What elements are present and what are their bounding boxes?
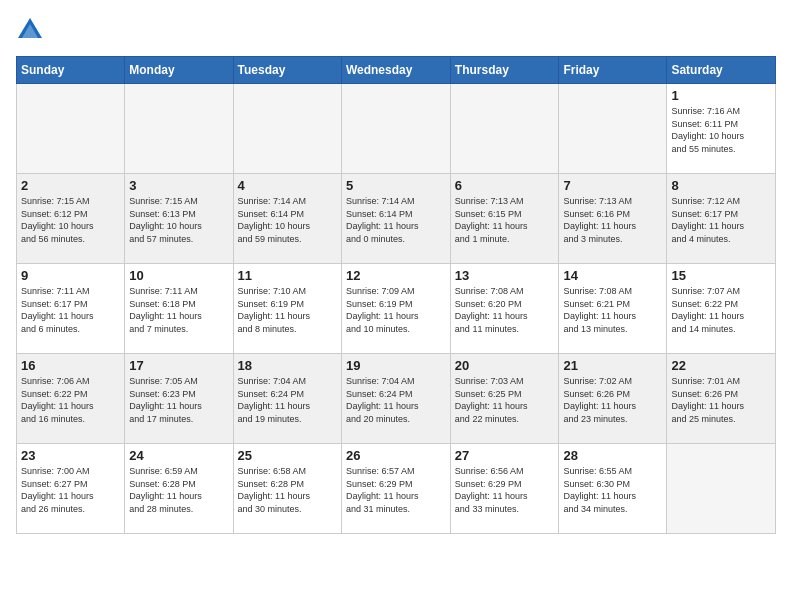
weekday-header-monday: Monday (125, 57, 233, 84)
day-info: Sunrise: 7:13 AM Sunset: 6:15 PM Dayligh… (455, 195, 555, 245)
day-number: 10 (129, 268, 228, 283)
day-info: Sunrise: 7:07 AM Sunset: 6:22 PM Dayligh… (671, 285, 771, 335)
calendar-cell: 12Sunrise: 7:09 AM Sunset: 6:19 PM Dayli… (341, 264, 450, 354)
day-number: 26 (346, 448, 446, 463)
day-number: 15 (671, 268, 771, 283)
calendar-cell: 13Sunrise: 7:08 AM Sunset: 6:20 PM Dayli… (450, 264, 559, 354)
calendar-cell: 5Sunrise: 7:14 AM Sunset: 6:14 PM Daylig… (341, 174, 450, 264)
day-info: Sunrise: 7:04 AM Sunset: 6:24 PM Dayligh… (238, 375, 337, 425)
logo (16, 16, 48, 44)
calendar-table: SundayMondayTuesdayWednesdayThursdayFrid… (16, 56, 776, 534)
calendar-cell: 1Sunrise: 7:16 AM Sunset: 6:11 PM Daylig… (667, 84, 776, 174)
day-number: 6 (455, 178, 555, 193)
day-number: 27 (455, 448, 555, 463)
day-info: Sunrise: 6:57 AM Sunset: 6:29 PM Dayligh… (346, 465, 446, 515)
week-row-4: 16Sunrise: 7:06 AM Sunset: 6:22 PM Dayli… (17, 354, 776, 444)
calendar-cell: 27Sunrise: 6:56 AM Sunset: 6:29 PM Dayli… (450, 444, 559, 534)
calendar-cell: 23Sunrise: 7:00 AM Sunset: 6:27 PM Dayli… (17, 444, 125, 534)
calendar-cell: 25Sunrise: 6:58 AM Sunset: 6:28 PM Dayli… (233, 444, 341, 534)
calendar-cell: 17Sunrise: 7:05 AM Sunset: 6:23 PM Dayli… (125, 354, 233, 444)
day-number: 22 (671, 358, 771, 373)
day-number: 14 (563, 268, 662, 283)
week-row-3: 9Sunrise: 7:11 AM Sunset: 6:17 PM Daylig… (17, 264, 776, 354)
day-number: 2 (21, 178, 120, 193)
day-number: 21 (563, 358, 662, 373)
weekday-header-tuesday: Tuesday (233, 57, 341, 84)
calendar-cell: 4Sunrise: 7:14 AM Sunset: 6:14 PM Daylig… (233, 174, 341, 264)
day-info: Sunrise: 7:15 AM Sunset: 6:13 PM Dayligh… (129, 195, 228, 245)
page-header (16, 16, 776, 44)
day-number: 1 (671, 88, 771, 103)
calendar-cell: 28Sunrise: 6:55 AM Sunset: 6:30 PM Dayli… (559, 444, 667, 534)
calendar-cell: 3Sunrise: 7:15 AM Sunset: 6:13 PM Daylig… (125, 174, 233, 264)
day-info: Sunrise: 7:15 AM Sunset: 6:12 PM Dayligh… (21, 195, 120, 245)
day-info: Sunrise: 7:11 AM Sunset: 6:18 PM Dayligh… (129, 285, 228, 335)
day-number: 12 (346, 268, 446, 283)
week-row-1: 1Sunrise: 7:16 AM Sunset: 6:11 PM Daylig… (17, 84, 776, 174)
day-info: Sunrise: 6:55 AM Sunset: 6:30 PM Dayligh… (563, 465, 662, 515)
day-info: Sunrise: 6:56 AM Sunset: 6:29 PM Dayligh… (455, 465, 555, 515)
calendar-cell: 20Sunrise: 7:03 AM Sunset: 6:25 PM Dayli… (450, 354, 559, 444)
calendar-cell (450, 84, 559, 174)
calendar-cell: 9Sunrise: 7:11 AM Sunset: 6:17 PM Daylig… (17, 264, 125, 354)
weekday-header-thursday: Thursday (450, 57, 559, 84)
day-info: Sunrise: 7:10 AM Sunset: 6:19 PM Dayligh… (238, 285, 337, 335)
calendar-cell: 15Sunrise: 7:07 AM Sunset: 6:22 PM Dayli… (667, 264, 776, 354)
calendar-cell: 6Sunrise: 7:13 AM Sunset: 6:15 PM Daylig… (450, 174, 559, 264)
logo-icon (16, 16, 44, 44)
day-info: Sunrise: 7:08 AM Sunset: 6:21 PM Dayligh… (563, 285, 662, 335)
day-info: Sunrise: 7:11 AM Sunset: 6:17 PM Dayligh… (21, 285, 120, 335)
day-info: Sunrise: 7:00 AM Sunset: 6:27 PM Dayligh… (21, 465, 120, 515)
day-info: Sunrise: 7:05 AM Sunset: 6:23 PM Dayligh… (129, 375, 228, 425)
calendar-cell (559, 84, 667, 174)
day-info: Sunrise: 7:14 AM Sunset: 6:14 PM Dayligh… (346, 195, 446, 245)
week-row-2: 2Sunrise: 7:15 AM Sunset: 6:12 PM Daylig… (17, 174, 776, 264)
calendar-cell: 8Sunrise: 7:12 AM Sunset: 6:17 PM Daylig… (667, 174, 776, 264)
day-number: 5 (346, 178, 446, 193)
day-info: Sunrise: 7:12 AM Sunset: 6:17 PM Dayligh… (671, 195, 771, 245)
day-number: 24 (129, 448, 228, 463)
calendar-cell: 16Sunrise: 7:06 AM Sunset: 6:22 PM Dayli… (17, 354, 125, 444)
day-number: 3 (129, 178, 228, 193)
weekday-header-friday: Friday (559, 57, 667, 84)
weekday-header-row: SundayMondayTuesdayWednesdayThursdayFrid… (17, 57, 776, 84)
calendar-cell: 2Sunrise: 7:15 AM Sunset: 6:12 PM Daylig… (17, 174, 125, 264)
weekday-header-saturday: Saturday (667, 57, 776, 84)
day-info: Sunrise: 7:04 AM Sunset: 6:24 PM Dayligh… (346, 375, 446, 425)
day-number: 20 (455, 358, 555, 373)
day-number: 19 (346, 358, 446, 373)
day-number: 25 (238, 448, 337, 463)
calendar-cell: 7Sunrise: 7:13 AM Sunset: 6:16 PM Daylig… (559, 174, 667, 264)
day-number: 23 (21, 448, 120, 463)
day-info: Sunrise: 7:09 AM Sunset: 6:19 PM Dayligh… (346, 285, 446, 335)
day-info: Sunrise: 7:01 AM Sunset: 6:26 PM Dayligh… (671, 375, 771, 425)
day-number: 18 (238, 358, 337, 373)
day-info: Sunrise: 7:14 AM Sunset: 6:14 PM Dayligh… (238, 195, 337, 245)
day-number: 16 (21, 358, 120, 373)
day-info: Sunrise: 7:16 AM Sunset: 6:11 PM Dayligh… (671, 105, 771, 155)
day-info: Sunrise: 7:08 AM Sunset: 6:20 PM Dayligh… (455, 285, 555, 335)
day-info: Sunrise: 7:03 AM Sunset: 6:25 PM Dayligh… (455, 375, 555, 425)
day-info: Sunrise: 7:13 AM Sunset: 6:16 PM Dayligh… (563, 195, 662, 245)
calendar-cell (125, 84, 233, 174)
day-info: Sunrise: 6:58 AM Sunset: 6:28 PM Dayligh… (238, 465, 337, 515)
calendar-cell (17, 84, 125, 174)
day-info: Sunrise: 7:06 AM Sunset: 6:22 PM Dayligh… (21, 375, 120, 425)
calendar-cell: 11Sunrise: 7:10 AM Sunset: 6:19 PM Dayli… (233, 264, 341, 354)
calendar-cell: 18Sunrise: 7:04 AM Sunset: 6:24 PM Dayli… (233, 354, 341, 444)
week-row-5: 23Sunrise: 7:00 AM Sunset: 6:27 PM Dayli… (17, 444, 776, 534)
day-number: 8 (671, 178, 771, 193)
day-number: 9 (21, 268, 120, 283)
weekday-header-wednesday: Wednesday (341, 57, 450, 84)
day-number: 11 (238, 268, 337, 283)
day-info: Sunrise: 7:02 AM Sunset: 6:26 PM Dayligh… (563, 375, 662, 425)
day-number: 17 (129, 358, 228, 373)
weekday-header-sunday: Sunday (17, 57, 125, 84)
calendar-cell: 26Sunrise: 6:57 AM Sunset: 6:29 PM Dayli… (341, 444, 450, 534)
calendar-cell (667, 444, 776, 534)
day-number: 28 (563, 448, 662, 463)
calendar-cell: 22Sunrise: 7:01 AM Sunset: 6:26 PM Dayli… (667, 354, 776, 444)
calendar-cell (233, 84, 341, 174)
calendar-cell: 10Sunrise: 7:11 AM Sunset: 6:18 PM Dayli… (125, 264, 233, 354)
day-number: 4 (238, 178, 337, 193)
